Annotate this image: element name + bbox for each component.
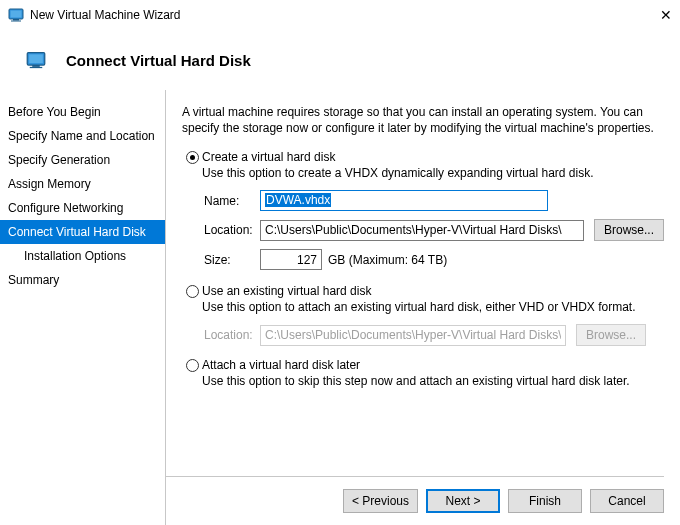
name-label: Name: — [204, 194, 260, 208]
option-existing-title: Use an existing virtual hard disk — [202, 284, 664, 298]
description-text: A virtual machine requires storage so th… — [182, 104, 664, 136]
wizard-steps: Before You Begin Specify Name and Locati… — [0, 90, 166, 525]
previous-button[interactable]: < Previous — [343, 489, 418, 513]
existing-location-label: Location: — [204, 328, 260, 342]
cancel-button[interactable]: Cancel — [590, 489, 664, 513]
option-create-subtitle: Use this option to create a VHDX dynamic… — [202, 166, 664, 180]
existing-browse-button: Browse... — [576, 324, 646, 346]
page-title: Connect Virtual Hard Disk — [66, 52, 251, 69]
radio-attach-later[interactable] — [186, 359, 199, 372]
svg-rect-1 — [11, 11, 22, 18]
svg-rect-2 — [13, 19, 19, 21]
step-before-you-begin[interactable]: Before You Begin — [0, 100, 165, 124]
svg-rect-7 — [30, 67, 43, 68]
option-existing-vhd: Use an existing virtual hard disk Use th… — [182, 284, 664, 314]
wizard-content: A virtual machine requires storage so th… — [166, 90, 680, 525]
svg-rect-3 — [11, 21, 21, 22]
size-field[interactable] — [260, 249, 322, 270]
titlebar: New Virtual Machine Wizard ✕ — [0, 0, 680, 30]
option-later-subtitle: Use this option to skip this step now an… — [202, 374, 664, 388]
footer-separator — [166, 476, 664, 477]
svg-rect-5 — [29, 54, 43, 63]
option-attach-later: Attach a virtual hard disk later Use thi… — [182, 358, 664, 388]
existing-fields: Location: Browse... — [204, 324, 664, 346]
wizard-footer: < Previous Next > Finish Cancel — [343, 489, 664, 513]
vm-icon — [26, 50, 46, 70]
size-label: Size: — [204, 253, 260, 267]
step-assign-memory[interactable]: Assign Memory — [0, 172, 165, 196]
page-header: Connect Virtual Hard Disk — [0, 30, 680, 90]
window-title: New Virtual Machine Wizard — [30, 8, 181, 22]
browse-button[interactable]: Browse... — [594, 219, 664, 241]
step-connect-vhd[interactable]: Connect Virtual Hard Disk — [0, 220, 165, 244]
option-later-title: Attach a virtual hard disk later — [202, 358, 664, 372]
option-create-title: Create a virtual hard disk — [202, 150, 664, 164]
vm-icon — [8, 7, 24, 23]
radio-create-vhd[interactable] — [186, 151, 199, 164]
size-unit-text: GB (Maximum: 64 TB) — [328, 253, 447, 267]
next-button[interactable]: Next > — [426, 489, 500, 513]
wizard-body: Before You Begin Specify Name and Locati… — [0, 90, 680, 525]
close-icon[interactable]: ✕ — [660, 8, 672, 22]
option-existing-subtitle: Use this option to attach an existing vi… — [202, 300, 664, 314]
step-specify-generation[interactable]: Specify Generation — [0, 148, 165, 172]
svg-rect-6 — [32, 65, 40, 67]
create-fields: Name: DVWA.vhdx Location: Browse... Size… — [204, 190, 664, 270]
step-specify-name[interactable]: Specify Name and Location — [0, 124, 165, 148]
finish-button[interactable]: Finish — [508, 489, 582, 513]
location-label: Location: — [204, 223, 260, 237]
step-summary[interactable]: Summary — [0, 268, 165, 292]
existing-location-field — [260, 325, 566, 346]
radio-existing-vhd[interactable] — [186, 285, 199, 298]
wizard-window: New Virtual Machine Wizard ✕ Connect Vir… — [0, 0, 680, 525]
step-installation-options[interactable]: Installation Options — [0, 244, 165, 268]
step-configure-networking[interactable]: Configure Networking — [0, 196, 165, 220]
location-field[interactable] — [260, 220, 584, 241]
option-create-vhd: Create a virtual hard disk Use this opti… — [182, 150, 664, 180]
